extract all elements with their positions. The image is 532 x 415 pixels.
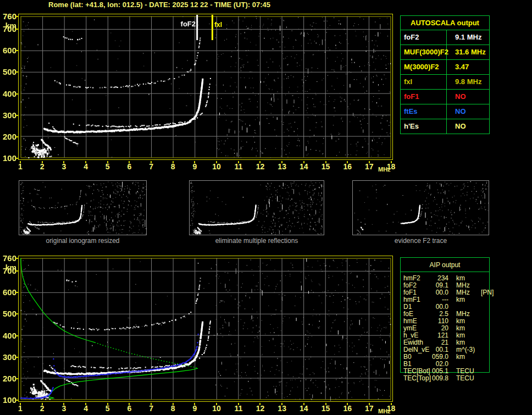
x-tick-mark (347, 403, 348, 405)
x-tick-label: 2 (34, 404, 51, 413)
autoscala-param-label: foF1 (401, 90, 447, 104)
x-tick-label: 11 (230, 404, 247, 413)
autoscala-row: M(3000)F2 3.47 (401, 59, 489, 74)
x-tick-label: 16 (339, 162, 356, 171)
y-tick-label: 500 (0, 68, 16, 76)
aip-param-flag (479, 346, 481, 353)
aip-row: hmF1 --- km (400, 296, 527, 303)
y-tick-mark (15, 158, 18, 159)
x-tick-label: 16 (339, 404, 356, 413)
aip-param-flag (479, 275, 481, 282)
x-tick-mark (63, 161, 64, 163)
x-tick-mark (259, 403, 261, 405)
aip-table-body: hmF2 234 km foF2 09.1 MHz foF1 00.0 MHz … (400, 275, 527, 382)
aip-param-flag (479, 361, 481, 368)
x-tick-mark (369, 403, 370, 405)
y-tick-label: 760 (0, 254, 16, 263)
x-tick-label: 6 (121, 162, 137, 171)
x-tick-mark (129, 161, 130, 163)
x-tick-label: 6 (121, 404, 137, 413)
aip-param-flag (479, 318, 481, 325)
y-tick-label: 760 (0, 12, 16, 21)
x-tick-label: 7 (143, 404, 159, 413)
x-tick-mark (216, 161, 217, 163)
aip-param-flag (479, 339, 481, 346)
x-tick-mark (85, 161, 86, 163)
x-tick-mark (194, 161, 195, 163)
x-tick-label: 12 (252, 162, 268, 171)
aip-param-label: TEC[Top] (400, 375, 430, 382)
aip-row: B0 059.0 km (400, 353, 527, 361)
autoscala-row: MUF(3000)F2 31.6 MHz (401, 45, 489, 59)
y-tick-mark (15, 136, 18, 137)
x-tick-label: 13 (274, 162, 290, 171)
autoscala-param-value: 9.1 MHz (447, 30, 489, 45)
fof2-marker-label: foF2 (174, 20, 196, 28)
thumbnail-evidence-f2 (352, 180, 489, 235)
thumbnail-eliminate-reflections (189, 180, 324, 235)
autoscala-param-label: ftEs (401, 104, 447, 119)
aip-table-header: AIP output (400, 258, 490, 272)
y-tick-label: 300 (0, 353, 16, 362)
y-tick-label: 400 (0, 331, 16, 340)
x-tick-label: 1 (12, 162, 29, 171)
aip-param-flag (479, 311, 481, 318)
fxi-marker-label: fxI (214, 21, 222, 29)
y-tick-label: 600 (0, 288, 16, 297)
y-tick-label: 200 (0, 132, 16, 141)
thumbnail-original-ionogram (19, 180, 147, 235)
thumbnail-eliminate-canvas (190, 181, 324, 235)
x-tick-mark (238, 161, 239, 163)
y-tick-mark (15, 335, 18, 336)
autoscala-param-value: NO (447, 90, 489, 104)
x-tick-mark (391, 161, 392, 163)
autoscala-param-value: 3.47 (447, 60, 489, 74)
x-tick-mark (325, 161, 326, 163)
thumbnail-evidence-caption: evidence F2 trace (352, 237, 489, 245)
aip-param-flag: [PN] (479, 289, 494, 296)
x-tick-label: 7 (143, 162, 159, 171)
page-title: Rome (lat: +41.8, lon: 012.5) - DATE: 20… (48, 1, 270, 9)
x-tick-mark (347, 161, 348, 163)
x-tick-label: 10 (208, 162, 225, 171)
x-tick-label: 17 (361, 162, 378, 171)
x-tick-label: 1 (12, 404, 29, 413)
y-tick-mark (15, 16, 18, 17)
y-tick-mark (15, 313, 18, 314)
x-tick-label: 9 (186, 404, 203, 413)
x-tick-label: 17 (361, 404, 378, 413)
aip-ionogram-canvas (19, 256, 392, 401)
x-tick-mark (325, 403, 326, 405)
autoscala-param-label: h'Es (401, 119, 447, 134)
x-tick-mark (369, 161, 370, 163)
x-tick-label: 2 (34, 162, 51, 171)
autoscala-param-label: M(3000)F2 (401, 60, 447, 74)
x-tick-label: 15 (318, 404, 334, 413)
autoscala-param-value: NO (447, 119, 489, 134)
aip-param-unit: km (448, 296, 479, 303)
x-tick-label: 4 (77, 162, 94, 171)
x-tick-mark (129, 403, 130, 405)
autoscala-param-value: 31.6 MHz (447, 45, 489, 59)
autoscala-table-body: foF2 9.1 MHz MUF(3000)F2 31.6 MHz M(3000… (401, 30, 489, 134)
aip-row: TEC[Top] 009.8 TECU (400, 375, 527, 382)
x-tick-mark (107, 161, 108, 163)
x-tick-mark (42, 403, 43, 405)
y-axis-unit: km (0, 263, 16, 272)
autoscala-param-value: 9.8 MHz (447, 75, 489, 89)
aip-param-value: 009.8 (430, 375, 448, 382)
y-tick-mark (15, 50, 18, 51)
autoscala-screen: { "title": "Rome (lat: +41.8, lon: 012.5… (0, 0, 532, 415)
x-tick-mark (238, 403, 239, 405)
autoscala-row: foF1 NO (401, 89, 489, 104)
aip-param-flag (479, 375, 481, 382)
y-tick-label: 600 (0, 46, 16, 55)
thumbnail-eliminate-caption: eliminate multiple reflections (189, 237, 324, 245)
thumbnail-original-canvas (19, 181, 146, 235)
aip-param-flag (479, 296, 481, 303)
autoscala-row: h'Es NO (401, 119, 489, 134)
x-tick-mark (20, 403, 21, 405)
x-tick-mark (107, 403, 108, 405)
aip-param-unit: km (448, 353, 479, 361)
aip-param-flag (479, 325, 481, 332)
